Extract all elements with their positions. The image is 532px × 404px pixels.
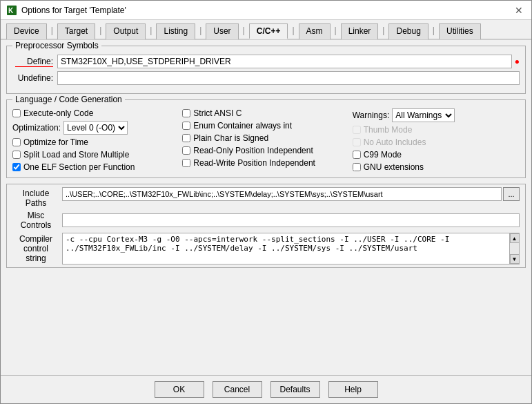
compiler-textarea-wrapper: -c --cpu Cortex-M3 -g -O0 --apcs=interwo… xyxy=(62,233,520,264)
tab-user[interactable]: User xyxy=(206,23,238,39)
define-label-wrapper: Define: xyxy=(12,57,57,66)
c99-mode-checkbox[interactable] xyxy=(353,151,361,159)
split-load-row: Split Load and Store Multiple xyxy=(12,150,179,160)
tab-target[interactable]: Target xyxy=(57,23,95,39)
tab-linker[interactable]: Linker xyxy=(341,23,379,39)
thumb-mode-label: Thumb Mode xyxy=(364,125,413,135)
undefine-input[interactable] xyxy=(57,71,520,85)
plain-char-row: Plain Char is Signed xyxy=(182,133,349,143)
tab-debug[interactable]: Debug xyxy=(388,23,428,39)
enum-container-row: Enum Container always int xyxy=(182,121,349,131)
warnings-row: Warnings: All WarningsNo WarningsUnspeci… xyxy=(353,108,520,122)
optimize-time-checkbox[interactable] xyxy=(12,138,21,146)
title-bar: K Options for Target 'Template' ✕ xyxy=(1,1,531,20)
execute-only-row: Execute-only Code xyxy=(12,108,179,118)
tab-utilities[interactable]: Utilities xyxy=(439,23,481,39)
define-underline xyxy=(15,66,53,67)
thumb-mode-checkbox[interactable] xyxy=(353,126,361,134)
one-elf-label: One ELF Section per Function xyxy=(23,162,135,172)
one-elf-checkbox[interactable] xyxy=(12,163,21,171)
misc-controls-row: MiscControls xyxy=(12,211,520,230)
execute-only-checkbox[interactable] xyxy=(12,109,21,117)
optimization-row: Optimization: Level 0 (-O0)Level 1 (-O1)… xyxy=(12,121,179,135)
define-input[interactable] xyxy=(57,55,512,68)
title-text: Options for Target 'Template' xyxy=(21,6,126,15)
misc-controls-input[interactable] xyxy=(62,213,520,227)
include-paths-input[interactable] xyxy=(62,187,502,201)
svg-text:K: K xyxy=(8,7,14,15)
compiler-control-textarea[interactable]: -c --cpu Cortex-M3 -g -O0 --apcs=interwo… xyxy=(63,233,519,264)
tabs-bar: Device | Target | Output | Listing | Use… xyxy=(1,20,531,40)
readonly-pos-label: Read-Only Position Independent xyxy=(193,146,313,155)
no-auto-includes-label: No Auto Includes xyxy=(364,137,426,147)
optimize-time-label: Optimize for Time xyxy=(23,137,88,147)
compiler-scrollbar[interactable]: ▲ ▼ xyxy=(509,233,519,264)
app-icon: K xyxy=(6,5,17,16)
misc-controls-label: MiscControls xyxy=(12,211,62,230)
strict-ansi-label: Strict ANSI C xyxy=(193,108,242,118)
one-elf-row: One ELF Section per Function xyxy=(12,162,179,172)
split-load-label: Split Load and Store Multiple xyxy=(23,150,129,160)
c99-mode-row: C99 Mode xyxy=(353,150,520,160)
tab-listing[interactable]: Listing xyxy=(156,23,195,39)
tab-output[interactable]: Output xyxy=(106,23,146,39)
readwrite-pos-label: Read-Write Position Independent xyxy=(193,158,315,168)
ok-button[interactable]: OK xyxy=(155,381,204,398)
gnu-extensions-checkbox[interactable] xyxy=(353,163,361,171)
tab-asm[interactable]: Asm xyxy=(299,23,331,39)
strict-ansi-checkbox[interactable] xyxy=(182,109,190,117)
gnu-extensions-label: GNU extensions xyxy=(364,162,424,172)
language-content: Execute-only Code Optimization: Level 0 … xyxy=(12,108,520,172)
scroll-up-arrow[interactable]: ▲ xyxy=(510,233,520,243)
optimization-select[interactable]: Level 0 (-O0)Level 1 (-O1)Level 2 (-O2)L… xyxy=(63,121,128,135)
readwrite-pos-row: Read-Write Position Independent xyxy=(182,158,349,168)
preprocessor-content: Define: ● Undefine: xyxy=(12,55,520,85)
readwrite-pos-checkbox[interactable] xyxy=(182,159,190,167)
plain-char-checkbox[interactable] xyxy=(182,134,190,142)
title-bar-left: K Options for Target 'Template' xyxy=(6,5,126,16)
c99-mode-label: C99 Mode xyxy=(364,150,402,160)
no-auto-includes-checkbox[interactable] xyxy=(353,138,361,146)
enum-container-label: Enum Container always int xyxy=(193,121,292,131)
define-row: Define: ● xyxy=(12,55,520,68)
language-title: Language / Code Generation xyxy=(12,95,125,104)
execute-only-label: Execute-only Code xyxy=(23,108,93,118)
strict-ansi-row: Strict ANSI C xyxy=(182,108,349,118)
dialog: K Options for Target 'Template' ✕ Device… xyxy=(0,0,532,404)
language-col3: Warnings: All WarningsNo WarningsUnspeci… xyxy=(353,108,520,172)
language-col1: Execute-only Code Optimization: Level 0 … xyxy=(12,108,179,172)
define-label: Define: xyxy=(27,57,53,66)
language-section: Language / Code Generation Execute-only … xyxy=(6,99,526,178)
plain-char-label: Plain Char is Signed xyxy=(193,133,268,143)
tab-device[interactable]: Device xyxy=(6,23,47,39)
preprocessor-title: Preprocessor Symbols xyxy=(12,41,101,50)
compiler-control-row: Compilercontrolstring -c --cpu Cortex-M3… xyxy=(12,233,520,264)
scroll-down-arrow[interactable]: ▼ xyxy=(510,254,520,264)
cancel-button[interactable]: Cancel xyxy=(213,381,262,398)
tab-cpp[interactable]: C/C++ xyxy=(249,23,288,39)
gnu-extensions-row: GNU extensions xyxy=(353,162,520,172)
thumb-mode-row: Thumb Mode xyxy=(353,125,520,135)
warnings-select[interactable]: All WarningsNo WarningsUnspecified xyxy=(392,108,455,122)
close-button[interactable]: ✕ xyxy=(512,5,526,16)
include-paths-label: IncludePaths xyxy=(12,187,62,208)
no-auto-includes-row: No Auto Includes xyxy=(353,137,520,147)
content-area: Preprocessor Symbols Define: ● Undefine: xyxy=(1,40,531,375)
enum-container-checkbox[interactable] xyxy=(182,122,190,130)
include-paths-row: IncludePaths ... xyxy=(12,187,520,208)
undefine-label: Undefine: xyxy=(12,73,57,83)
defaults-button[interactable]: Defaults xyxy=(270,381,320,398)
optimize-time-row: Optimize for Time xyxy=(12,137,179,147)
readonly-pos-checkbox[interactable] xyxy=(182,146,190,155)
footer: OK Cancel Defaults Help xyxy=(1,375,531,403)
undefine-row: Undefine: xyxy=(12,71,520,85)
define-required-indicator: ● xyxy=(515,57,520,66)
include-paths-browse-button[interactable]: ... xyxy=(503,187,520,201)
split-load-checkbox[interactable] xyxy=(12,151,21,159)
language-col2: Strict ANSI C Enum Container always int … xyxy=(182,108,349,172)
optimization-label: Optimization: xyxy=(12,123,61,133)
readonly-pos-row: Read-Only Position Independent xyxy=(182,146,349,155)
help-button[interactable]: Help xyxy=(328,381,378,398)
warnings-label: Warnings: xyxy=(353,110,390,120)
paths-section: IncludePaths ... MiscControls Compilerco… xyxy=(6,184,526,268)
